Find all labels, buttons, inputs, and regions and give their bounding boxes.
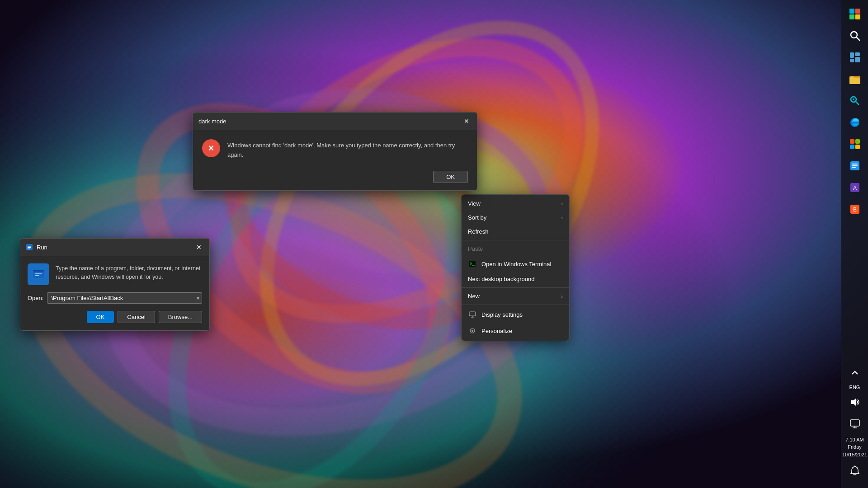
run-dialog-open-row: Open: ▾ (28, 292, 202, 304)
error-dialog-close-button[interactable]: ✕ (462, 116, 472, 126)
files-icon[interactable] (845, 156, 864, 175)
taskbar-expand-icon[interactable] (845, 363, 864, 382)
ctx-next-bg[interactable]: Next desktop background (462, 272, 569, 286)
ctx-personalize[interactable]: Personalize (462, 323, 569, 339)
svg-rect-28 (850, 145, 854, 149)
error-dialog: dark mode ✕ × Windows cannot find 'dark … (193, 112, 477, 191)
svg-rect-13 (849, 14, 854, 19)
run-dialog-title-area: Run (26, 244, 47, 251)
run-dialog-titlebar: Run ✕ (20, 239, 209, 256)
svg-point-25 (853, 99, 854, 100)
store-icon[interactable] (845, 135, 864, 154)
widgets-icon[interactable] (845, 48, 864, 67)
svg-text:A: A (853, 185, 856, 191)
display-icon[interactable] (845, 414, 864, 433)
svg-text:B: B (853, 206, 856, 213)
svg-rect-33 (852, 167, 856, 168)
terminal-icon (468, 259, 477, 268)
run-dialog-open-label: Open: (28, 295, 43, 301)
ctx-refresh-label: Refresh (468, 228, 489, 235)
ctx-paste: Paste (462, 242, 569, 256)
ctx-sort-by-label: Sort by (468, 214, 486, 221)
error-icon-circle: × (202, 139, 220, 157)
run-title-icon (26, 244, 33, 251)
ctx-refresh[interactable]: Refresh (462, 225, 569, 239)
ctx-next-bg-label: Next desktop background (468, 276, 534, 282)
svg-rect-52 (28, 249, 30, 249)
svg-rect-18 (850, 59, 854, 62)
error-dialog-ok-button[interactable]: OK (433, 171, 468, 183)
error-dialog-footer: OK (193, 167, 477, 190)
edge-icon[interactable] (845, 113, 864, 132)
ctx-separator-1 (462, 240, 569, 240)
ctx-view[interactable]: View › (462, 197, 569, 211)
ctx-new[interactable]: New › (462, 289, 569, 303)
svg-line-16 (856, 38, 859, 41)
run-dialog-description: Type the name of a program, folder, docu… (56, 263, 202, 282)
ctx-view-label: View (468, 200, 481, 207)
ctx-new-chevron: › (561, 294, 563, 299)
ctx-sort-by-chevron: › (561, 215, 563, 221)
run-dialog-close-button[interactable]: ✕ (194, 242, 204, 252)
ctx-paste-label: Paste (468, 245, 483, 252)
svg-rect-42 (469, 261, 476, 267)
app9-icon[interactable]: B (845, 200, 864, 219)
run-dialog-content-row: Type the name of a program, folder, docu… (28, 263, 202, 285)
svg-rect-44 (469, 312, 476, 316)
volume-icon[interactable] (845, 393, 864, 412)
run-dialog-ok-button[interactable]: OK (87, 311, 114, 323)
svg-rect-27 (855, 139, 860, 144)
taskbar-clock[interactable]: 7:10 AM Friday 10/15/2021 (842, 436, 867, 459)
error-dialog-title: dark mode (198, 118, 226, 125)
svg-point-48 (472, 330, 473, 332)
error-icon-symbol: × (208, 142, 214, 154)
error-dialog-message: Windows cannot find 'dark mode'. Make su… (227, 139, 468, 160)
run-dialog-title: Run (37, 244, 47, 251)
ctx-sort-by[interactable]: Sort by › (462, 211, 569, 225)
taskbar-date: 10/15/2021 (842, 451, 867, 459)
file-explorer-icon[interactable] (845, 70, 864, 89)
run-dialog-dropdown-arrow[interactable]: ▾ (197, 295, 199, 301)
ctx-new-label: New (468, 293, 480, 300)
svg-rect-39 (850, 420, 859, 426)
search-icon[interactable] (845, 26, 864, 45)
svg-marker-38 (851, 399, 856, 406)
run-app-icon (28, 263, 49, 285)
ctx-display-settings-label: Display settings (481, 311, 523, 318)
ctx-open-terminal[interactable]: Open in Windows Terminal (462, 256, 569, 272)
ctx-personalize-label: Personalize (481, 328, 512, 334)
ctx-separator-3 (462, 305, 569, 305)
svg-rect-19 (855, 52, 860, 56)
spy-icon[interactable] (845, 91, 864, 110)
ctx-open-terminal-label: Open in Windows Terminal (481, 261, 551, 267)
svg-rect-54 (33, 270, 44, 272)
notification-icon[interactable] (845, 461, 864, 480)
error-dialog-titlebar: dark mode ✕ (193, 113, 477, 130)
taskbar-time: 7:10 AM (842, 436, 867, 444)
svg-rect-20 (855, 57, 860, 62)
run-dialog-input-wrap: ▾ (47, 292, 202, 304)
run-dialog-browse-button[interactable]: Browse... (159, 311, 202, 323)
context-menu: View › Sort by › Refresh Paste Open (461, 194, 570, 341)
svg-rect-14 (855, 14, 860, 19)
svg-rect-11 (849, 9, 854, 14)
ctx-view-chevron: › (561, 201, 563, 206)
app8-icon[interactable]: A (845, 178, 864, 197)
run-dialog: Run ✕ Type the name of a program, folder… (20, 238, 210, 331)
svg-rect-26 (850, 139, 854, 144)
svg-rect-50 (28, 246, 31, 247)
svg-rect-12 (855, 9, 860, 14)
windows-start-icon[interactable] (845, 5, 864, 23)
svg-rect-29 (855, 145, 860, 149)
svg-rect-17 (850, 52, 854, 58)
taskbar: A B ENG (841, 0, 868, 488)
ctx-display-settings[interactable]: Display settings (462, 306, 569, 323)
personalize-icon (468, 326, 477, 335)
svg-rect-32 (852, 165, 858, 166)
ctx-separator-2 (462, 287, 569, 288)
taskbar-day: Friday (842, 443, 867, 451)
run-dialog-cancel-button[interactable]: Cancel (118, 311, 155, 323)
svg-rect-22 (849, 78, 860, 84)
svg-rect-51 (28, 247, 31, 248)
run-dialog-open-input[interactable] (47, 292, 202, 304)
